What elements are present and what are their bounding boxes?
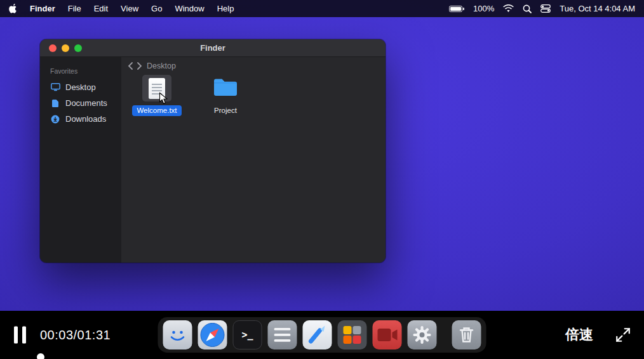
dock-settings-icon[interactable] [408,320,437,349]
file-label: Project [210,105,241,116]
zoom-button[interactable] [74,44,82,52]
dock-safari-icon[interactable] [198,320,227,349]
apple-menu-icon[interactable] [9,4,17,13]
file-welcome-txt[interactable]: Welcome.txt [128,75,186,116]
sidebar-item-documents[interactable]: Documents [40,95,121,111]
dock: >_ [158,317,486,353]
dock-paintbrush-icon[interactable] [303,320,332,349]
playback-time: 00:03/01:31 [40,328,111,343]
search-icon[interactable] [523,4,532,13]
window-title: Finder [40,43,386,53]
dock-launchpad-icon[interactable] [338,320,367,349]
folder-icon [213,77,238,100]
forward-chevron-icon[interactable] [137,62,142,70]
finder-window: Finder Favorites Desktop Documents Do [40,39,386,263]
fullscreen-icon[interactable] [615,327,631,343]
dock-finder-icon[interactable] [163,320,192,349]
finder-content: Desktop Welcome.txt Project [121,57,386,263]
sidebar-item-label: Desktop [65,82,96,92]
mouse-cursor-icon [159,92,168,108]
window-titlebar[interactable]: Finder [40,39,386,57]
progress-handle[interactable] [37,353,44,359]
finder-sidebar: Favorites Desktop Documents Downloads [40,57,121,263]
close-button[interactable] [49,44,57,52]
menu-clock[interactable]: Tue, Oct 14 4:04 AM [560,4,635,13]
path-label: Desktop [147,62,176,70]
menu-bar: Finder File Edit View Go Window Help 100… [0,0,644,17]
wifi-icon[interactable] [503,4,514,13]
battery-percent: 100% [473,4,494,13]
menu-file[interactable]: File [68,4,81,13]
battery-icon[interactable] [449,6,464,12]
sidebar-item-downloads[interactable]: Downloads [40,111,121,127]
desktop-icon [50,83,60,91]
dock-video-icon[interactable] [373,320,402,349]
menu-go[interactable]: Go [151,4,162,13]
back-chevron-icon[interactable] [128,62,133,70]
menu-edit[interactable]: Edit [94,4,108,13]
sidebar-item-label: Downloads [65,114,106,124]
dock-terminal-icon[interactable]: >_ [233,320,262,349]
menu-window[interactable]: Window [175,4,204,13]
control-center-icon[interactable] [540,4,551,13]
minimize-button[interactable] [62,44,69,52]
document-icon [50,99,60,108]
dock-notes-icon[interactable] [268,320,297,349]
sidebar-section-favorites: Favorites [40,66,121,79]
sidebar-item-desktop[interactable]: Desktop [40,79,121,95]
menu-help[interactable]: Help [217,4,234,13]
download-icon [50,115,60,124]
menu-view[interactable]: View [121,4,138,13]
file-label: Welcome.txt [132,105,181,116]
terminal-prompt: >_ [241,329,253,341]
playback-speed-button[interactable]: 倍速 [565,325,593,344]
menu-app-name[interactable]: Finder [30,4,55,13]
file-project-folder[interactable]: Project [196,75,255,116]
dock-trash-icon[interactable] [452,320,481,349]
video-player-bar: 00:03/01:31 >_ 倍速 [0,311,644,359]
pause-button[interactable] [14,327,26,344]
sidebar-item-label: Documents [65,98,107,108]
